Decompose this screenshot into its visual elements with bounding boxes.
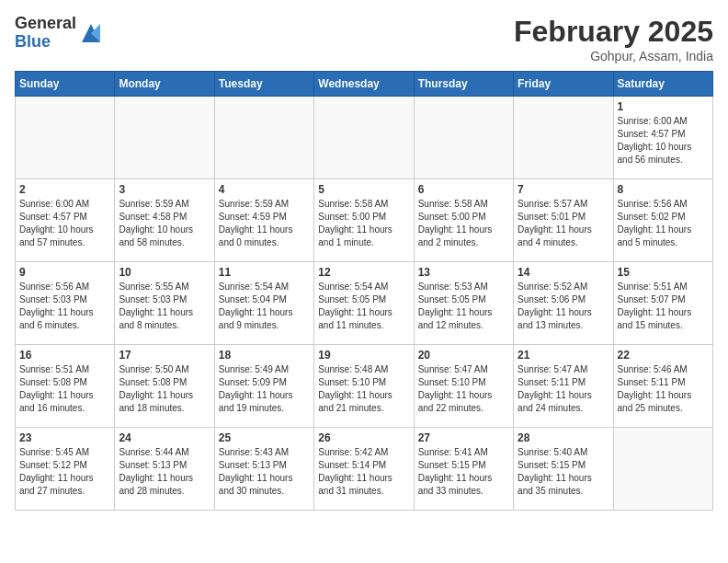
header-monday: Monday: [115, 72, 214, 97]
calendar-cell: 27Sunrise: 5:41 AM Sunset: 5:15 PM Dayli…: [414, 428, 513, 511]
calendar-cell: 15Sunrise: 5:51 AM Sunset: 5:07 PM Dayli…: [613, 262, 712, 345]
day-number: 7: [518, 183, 609, 196]
calendar-week-row: 2Sunrise: 6:00 AM Sunset: 4:57 PM Daylig…: [16, 179, 713, 262]
calendar-cell: 26Sunrise: 5:42 AM Sunset: 5:14 PM Dayli…: [314, 428, 414, 511]
calendar-cell: 18Sunrise: 5:49 AM Sunset: 5:09 PM Dayli…: [214, 345, 313, 428]
day-info: Sunrise: 5:56 AM Sunset: 5:02 PM Dayligh…: [618, 198, 709, 249]
calendar-cell: 23Sunrise: 5:45 AM Sunset: 5:12 PM Dayli…: [16, 428, 115, 511]
calendar-cell: 2Sunrise: 6:00 AM Sunset: 4:57 PM Daylig…: [16, 179, 115, 262]
day-info: Sunrise: 5:47 AM Sunset: 5:11 PM Dayligh…: [518, 363, 609, 415]
day-info: Sunrise: 5:41 AM Sunset: 5:15 PM Dayligh…: [418, 446, 509, 498]
calendar-cell: 5Sunrise: 5:58 AM Sunset: 5:00 PM Daylig…: [314, 179, 414, 262]
day-info: Sunrise: 5:52 AM Sunset: 5:06 PM Dayligh…: [518, 281, 609, 332]
header-tuesday: Tuesday: [214, 72, 313, 97]
day-number: 3: [119, 183, 210, 196]
calendar-cell: [613, 428, 712, 511]
day-info: Sunrise: 5:57 AM Sunset: 5:01 PM Dayligh…: [518, 198, 609, 249]
day-info: Sunrise: 5:49 AM Sunset: 5:09 PM Dayligh…: [219, 363, 310, 415]
calendar-cell: 19Sunrise: 5:48 AM Sunset: 5:10 PM Dayli…: [314, 345, 414, 428]
calendar-cell: [214, 97, 313, 179]
day-info: Sunrise: 5:56 AM Sunset: 5:03 PM Dayligh…: [19, 281, 110, 332]
calendar-cell: 6Sunrise: 5:58 AM Sunset: 5:00 PM Daylig…: [414, 179, 513, 262]
day-number: 2: [19, 183, 110, 196]
day-number: 19: [318, 349, 409, 362]
calendar-week-row: 23Sunrise: 5:45 AM Sunset: 5:12 PM Dayli…: [16, 428, 713, 511]
day-number: 15: [618, 266, 709, 279]
day-info: Sunrise: 5:58 AM Sunset: 5:00 PM Dayligh…: [418, 198, 509, 249]
day-number: 8: [618, 183, 709, 196]
calendar-cell: 21Sunrise: 5:47 AM Sunset: 5:11 PM Dayli…: [514, 345, 613, 428]
day-number: 11: [219, 266, 310, 279]
calendar-cell: 8Sunrise: 5:56 AM Sunset: 5:02 PM Daylig…: [613, 179, 712, 262]
day-number: 9: [19, 266, 110, 279]
day-number: 16: [19, 349, 110, 362]
day-number: 1: [618, 100, 709, 113]
day-info: Sunrise: 5:50 AM Sunset: 5:08 PM Dayligh…: [119, 363, 210, 415]
calendar-cell: [314, 97, 414, 179]
day-info: Sunrise: 5:43 AM Sunset: 5:13 PM Dayligh…: [219, 446, 310, 498]
day-number: 14: [518, 266, 609, 279]
day-number: 10: [119, 266, 210, 279]
day-info: Sunrise: 5:59 AM Sunset: 4:59 PM Dayligh…: [219, 198, 310, 249]
calendar-cell: 28Sunrise: 5:40 AM Sunset: 5:15 PM Dayli…: [514, 428, 613, 511]
day-info: Sunrise: 6:00 AM Sunset: 4:57 PM Dayligh…: [618, 115, 709, 167]
day-info: Sunrise: 5:59 AM Sunset: 4:58 PM Dayligh…: [119, 198, 210, 249]
page-header: General Blue February 2025 Gohpur, Assam…: [15, 15, 713, 63]
calendar-cell: 25Sunrise: 5:43 AM Sunset: 5:13 PM Dayli…: [214, 428, 313, 511]
day-number: 12: [318, 266, 409, 279]
day-number: 28: [518, 431, 609, 444]
logo-blue: Blue: [15, 33, 76, 52]
calendar-week-row: 9Sunrise: 5:56 AM Sunset: 5:03 PM Daylig…: [16, 262, 713, 345]
day-info: Sunrise: 5:45 AM Sunset: 5:12 PM Dayligh…: [19, 446, 110, 498]
day-info: Sunrise: 5:44 AM Sunset: 5:13 PM Dayligh…: [119, 446, 210, 498]
day-info: Sunrise: 5:54 AM Sunset: 5:04 PM Dayligh…: [219, 281, 310, 332]
header-saturday: Saturday: [613, 72, 712, 97]
header-friday: Friday: [514, 72, 613, 97]
calendar-cell: 20Sunrise: 5:47 AM Sunset: 5:10 PM Dayli…: [414, 345, 513, 428]
calendar-table: SundayMondayTuesdayWednesdayThursdayFrid…: [15, 71, 713, 511]
day-number: 25: [219, 431, 310, 444]
day-number: 20: [418, 349, 509, 362]
calendar-cell: 11Sunrise: 5:54 AM Sunset: 5:04 PM Dayli…: [214, 262, 313, 345]
calendar-cell: 17Sunrise: 5:50 AM Sunset: 5:08 PM Dayli…: [115, 345, 214, 428]
calendar-cell: 22Sunrise: 5:46 AM Sunset: 5:11 PM Dayli…: [613, 345, 712, 428]
day-info: Sunrise: 5:47 AM Sunset: 5:10 PM Dayligh…: [418, 363, 509, 415]
calendar-cell: 24Sunrise: 5:44 AM Sunset: 5:13 PM Dayli…: [115, 428, 214, 511]
calendar-cell: [115, 97, 214, 179]
day-number: 27: [418, 431, 509, 444]
calendar-week-row: 1Sunrise: 6:00 AM Sunset: 4:57 PM Daylig…: [16, 97, 713, 179]
header-sunday: Sunday: [16, 72, 115, 97]
calendar-cell: [514, 97, 613, 179]
day-info: Sunrise: 5:48 AM Sunset: 5:10 PM Dayligh…: [318, 363, 409, 415]
day-number: 5: [318, 183, 409, 196]
location: Gohpur, Assam, India: [514, 49, 713, 63]
day-number: 22: [618, 349, 709, 362]
calendar-cell: [16, 97, 115, 179]
title-block: February 2025 Gohpur, Assam, India: [514, 15, 713, 63]
calendar-week-row: 16Sunrise: 5:51 AM Sunset: 5:08 PM Dayli…: [16, 345, 713, 428]
day-info: Sunrise: 5:40 AM Sunset: 5:15 PM Dayligh…: [518, 446, 609, 498]
calendar-cell: 10Sunrise: 5:55 AM Sunset: 5:03 PM Dayli…: [115, 262, 214, 345]
day-info: Sunrise: 5:53 AM Sunset: 5:05 PM Dayligh…: [418, 281, 509, 332]
calendar-cell: 14Sunrise: 5:52 AM Sunset: 5:06 PM Dayli…: [514, 262, 613, 345]
calendar-cell: 16Sunrise: 5:51 AM Sunset: 5:08 PM Dayli…: [16, 345, 115, 428]
day-number: 17: [119, 349, 210, 362]
logo-icon: [78, 20, 104, 46]
day-number: 4: [219, 183, 310, 196]
day-number: 24: [119, 431, 210, 444]
day-info: Sunrise: 5:54 AM Sunset: 5:05 PM Dayligh…: [318, 281, 409, 332]
day-info: Sunrise: 5:51 AM Sunset: 5:08 PM Dayligh…: [19, 363, 110, 415]
calendar-header-row: SundayMondayTuesdayWednesdayThursdayFrid…: [16, 72, 713, 97]
calendar-cell: 4Sunrise: 5:59 AM Sunset: 4:59 PM Daylig…: [214, 179, 313, 262]
day-number: 6: [418, 183, 509, 196]
day-info: Sunrise: 5:46 AM Sunset: 5:11 PM Dayligh…: [618, 363, 709, 415]
calendar-cell: 12Sunrise: 5:54 AM Sunset: 5:05 PM Dayli…: [314, 262, 414, 345]
calendar-cell: 1Sunrise: 6:00 AM Sunset: 4:57 PM Daylig…: [613, 97, 712, 179]
month-title: February 2025: [514, 15, 713, 49]
day-number: 26: [318, 431, 409, 444]
calendar-cell: 7Sunrise: 5:57 AM Sunset: 5:01 PM Daylig…: [514, 179, 613, 262]
calendar-cell: [414, 97, 513, 179]
calendar-cell: 9Sunrise: 5:56 AM Sunset: 5:03 PM Daylig…: [16, 262, 115, 345]
logo-general: General: [15, 15, 76, 33]
logo: General Blue: [15, 15, 104, 52]
